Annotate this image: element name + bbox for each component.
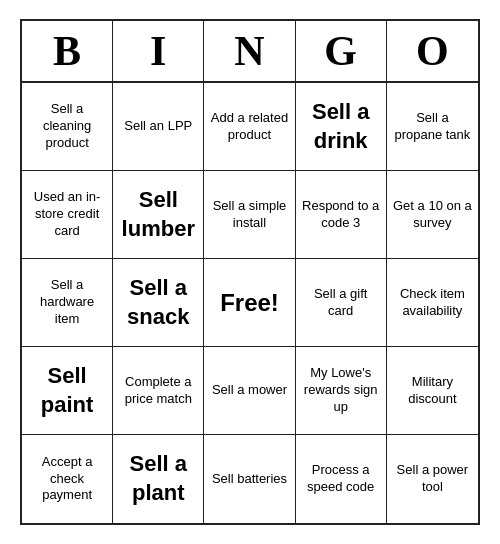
bingo-cell-8: Respond to a code 3 [296, 171, 387, 259]
bingo-cell-5: Used an in-store credit card [22, 171, 113, 259]
bingo-cell-24: Sell a power tool [387, 435, 478, 523]
bingo-cell-text-10: Sell a hardware item [26, 277, 108, 328]
bingo-cell-text-2: Add a related product [208, 110, 290, 144]
bingo-cell-4: Sell a propane tank [387, 83, 478, 171]
bingo-cell-text-20: Accept a check payment [26, 454, 108, 505]
bingo-cell-text-7: Sell a simple install [208, 198, 290, 232]
bingo-cell-text-23: Process a speed code [300, 462, 382, 496]
bingo-cell-text-14: Check item availability [391, 286, 474, 320]
bingo-header: BINGO [22, 21, 478, 83]
bingo-cell-text-8: Respond to a code 3 [300, 198, 382, 232]
bingo-cell-text-3: Sell a drink [300, 98, 382, 155]
bingo-cell-19: Military discount [387, 347, 478, 435]
bingo-cell-20: Accept a check payment [22, 435, 113, 523]
bingo-cell-11: Sell a snack [113, 259, 204, 347]
bingo-cell-text-1: Sell an LPP [124, 118, 192, 135]
bingo-cell-22: Sell batteries [204, 435, 295, 523]
bingo-cell-text-4: Sell a propane tank [391, 110, 474, 144]
bingo-cell-17: Sell a mower [204, 347, 295, 435]
header-letter-o: O [387, 21, 478, 81]
bingo-grid: Sell a cleaning productSell an LPPAdd a … [22, 83, 478, 523]
bingo-cell-2: Add a related product [204, 83, 295, 171]
header-letter-n: N [204, 21, 295, 81]
bingo-cell-text-15: Sell paint [26, 362, 108, 419]
bingo-cell-21: Sell a plant [113, 435, 204, 523]
header-letter-b: B [22, 21, 113, 81]
bingo-card: BINGO Sell a cleaning productSell an LPP… [20, 19, 480, 525]
bingo-cell-10: Sell a hardware item [22, 259, 113, 347]
bingo-cell-18: My Lowe's rewards sign up [296, 347, 387, 435]
bingo-cell-14: Check item availability [387, 259, 478, 347]
bingo-cell-text-17: Sell a mower [212, 382, 287, 399]
bingo-cell-13: Sell a gift card [296, 259, 387, 347]
bingo-cell-12: Free! [204, 259, 295, 347]
header-letter-g: G [296, 21, 387, 81]
bingo-cell-3: Sell a drink [296, 83, 387, 171]
bingo-cell-text-13: Sell a gift card [300, 286, 382, 320]
bingo-cell-1: Sell an LPP [113, 83, 204, 171]
bingo-cell-text-5: Used an in-store credit card [26, 189, 108, 240]
bingo-cell-23: Process a speed code [296, 435, 387, 523]
bingo-cell-6: Sell lumber [113, 171, 204, 259]
header-letter-i: I [113, 21, 204, 81]
bingo-cell-text-12: Free! [220, 287, 279, 318]
bingo-cell-text-21: Sell a plant [117, 450, 199, 507]
bingo-cell-text-22: Sell batteries [212, 471, 287, 488]
bingo-cell-text-11: Sell a snack [117, 274, 199, 331]
bingo-cell-0: Sell a cleaning product [22, 83, 113, 171]
bingo-cell-9: Get a 10 on a survey [387, 171, 478, 259]
bingo-cell-text-6: Sell lumber [117, 186, 199, 243]
bingo-cell-text-16: Complete a price match [117, 374, 199, 408]
bingo-cell-text-0: Sell a cleaning product [26, 101, 108, 152]
bingo-cell-16: Complete a price match [113, 347, 204, 435]
bingo-cell-7: Sell a simple install [204, 171, 295, 259]
bingo-cell-text-18: My Lowe's rewards sign up [300, 365, 382, 416]
bingo-cell-text-24: Sell a power tool [391, 462, 474, 496]
bingo-cell-text-9: Get a 10 on a survey [391, 198, 474, 232]
bingo-cell-15: Sell paint [22, 347, 113, 435]
bingo-cell-text-19: Military discount [391, 374, 474, 408]
